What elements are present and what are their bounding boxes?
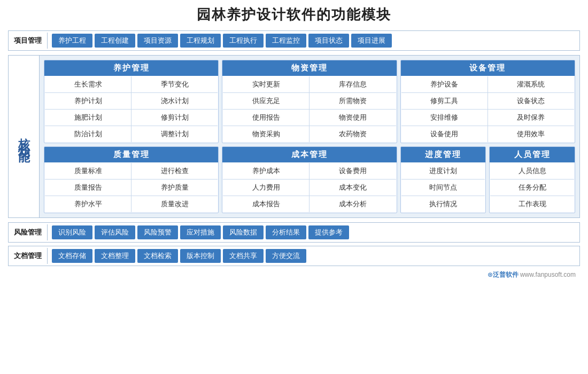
top-tab-item[interactable]: 项目状态 <box>308 34 349 48</box>
top-tab-item[interactable]: 项目资源 <box>137 34 178 48</box>
module-cell[interactable]: 修剪计划 <box>131 110 218 126</box>
module-cell[interactable]: 养护计划 <box>45 93 131 109</box>
module-cell[interactable]: 设备使用 <box>401 126 488 142</box>
module-cell[interactable]: 质量报告 <box>45 180 131 196</box>
module-cells-chengben: 养护成本设备费用人力费用成本变化成本报告成本分析 <box>223 163 396 212</box>
risk-tab-item[interactable]: 应对措施 <box>180 225 221 239</box>
module-block-yanghu: 养护管理生长需求季节变化养护计划浇水计划施肥计划修剪计划防治计划调整计划 <box>44 60 219 143</box>
risk-tab-item[interactable]: 风险数据 <box>223 225 264 239</box>
risk-tab-item[interactable]: 分析结果 <box>266 225 306 239</box>
module-cell[interactable]: 使用报告 <box>223 110 309 126</box>
core-label: 核心功能 <box>9 56 40 217</box>
top-row-label: 项目管理 <box>9 33 48 49</box>
module-cell[interactable]: 执行情况 <box>401 196 485 212</box>
module-cell[interactable]: 物资使用 <box>310 110 396 126</box>
module-header-shebei: 设备管理 <box>401 60 575 76</box>
module-cell[interactable]: 成本报告 <box>223 196 309 212</box>
risk-tab-item[interactable]: 识别风险 <box>52 225 92 239</box>
doc-tab-item[interactable]: 文档共享 <box>223 249 264 263</box>
risk-row-label: 风险管理 <box>9 224 48 240</box>
doc-tab-item[interactable]: 文档整理 <box>95 249 135 263</box>
module-cell[interactable]: 设备状态 <box>488 93 574 109</box>
logo-area: ⊙泛普软件 www.fanpusoft.com <box>8 269 580 280</box>
module-cell[interactable]: 质量改进 <box>131 196 218 212</box>
top-tab-item[interactable]: 工程规划 <box>180 34 221 48</box>
module-cell[interactable]: 及时保养 <box>488 110 574 126</box>
module-cell[interactable]: 施肥计划 <box>45 110 131 126</box>
module-cell[interactable]: 质量标准 <box>45 163 131 179</box>
page-wrapper: 园林养护设计软件的功能模块 项目管理 养护工程工程创建项目资源工程规划工程执行工… <box>0 0 588 374</box>
module-cell[interactable]: 防治计划 <box>45 126 131 142</box>
page-title: 园林养护设计软件的功能模块 <box>8 5 580 24</box>
module-header-zhiliang: 质量管理 <box>44 147 218 162</box>
module-header-jindu: 进度管理 <box>401 147 486 162</box>
top-tab-item[interactable]: 项目进展 <box>351 34 392 48</box>
doc-row-tabs: 文档存储文档整理文档检索版本控制文档共享方便交流 <box>48 246 311 266</box>
top-tab-item[interactable]: 工程监控 <box>266 34 306 48</box>
module-cells-wuzi: 实时更新库存信息供应充足所需物资使用报告物资使用物资采购农药物资 <box>223 76 396 142</box>
module-cell[interactable]: 进度计划 <box>401 163 485 179</box>
module-cells-shebei: 养护设备灌溉系统修剪工具设备状态安排维修及时保养设备使用使用效率 <box>401 76 574 142</box>
module-block-jindu: 进度管理进度计划时间节点执行情况 <box>400 146 486 213</box>
module-cell[interactable]: 设备费用 <box>310 163 396 179</box>
risk-row-tabs: 识别风险评估风险风险预警应对措施风险数据分析结果提供参考 <box>48 223 353 242</box>
module-block-zhiliang: 质量管理质量标准进行检查质量报告养护质量养护水平质量改进 <box>44 146 219 213</box>
module-block-chengben: 成本管理养护成本设备费用人力费用成本变化成本报告成本分析 <box>222 146 397 213</box>
right-col: 进度管理进度计划时间节点执行情况人员管理人员信息任务分配工作表现 <box>400 146 575 213</box>
module-block-shebei: 设备管理养护设备灌溉系统修剪工具设备状态安排维修及时保养设备使用使用效率 <box>400 60 575 143</box>
risk-tab-item[interactable]: 评估风险 <box>95 225 135 239</box>
module-block-renyuan: 人员管理人员信息任务分配工作表现 <box>489 146 575 213</box>
module-cell[interactable]: 库存信息 <box>310 76 396 92</box>
grid-area: 养护管理生长需求季节变化养护计划浇水计划施肥计划修剪计划防治计划调整计划物资管理… <box>40 56 579 217</box>
module-cell[interactable]: 工作表现 <box>490 196 574 212</box>
module-cell[interactable]: 季节变化 <box>131 76 218 92</box>
module-cell[interactable]: 修剪工具 <box>401 93 488 109</box>
module-cell[interactable]: 浇水计划 <box>131 93 218 109</box>
module-cell[interactable]: 养护质量 <box>131 180 218 196</box>
top-row: 项目管理 养护工程工程创建项目资源工程规划工程执行工程监控项目状态项目进展 <box>8 30 580 51</box>
module-cell[interactable]: 成本分析 <box>310 196 396 212</box>
doc-row: 文档管理 文档存储文档整理文档检索版本控制文档共享方便交流 <box>8 246 580 266</box>
doc-tab-item[interactable]: 文档检索 <box>137 249 178 263</box>
top-tab-item[interactable]: 养护工程 <box>52 34 92 48</box>
module-cell[interactable]: 灌溉系统 <box>488 76 574 92</box>
doc-tab-item[interactable]: 版本控制 <box>180 249 221 263</box>
risk-tab-item[interactable]: 风险预警 <box>137 225 178 239</box>
module-cell[interactable]: 养护水平 <box>45 196 131 212</box>
module-cell[interactable]: 物资采购 <box>223 126 309 142</box>
module-cell[interactable]: 调整计划 <box>131 126 218 142</box>
module-header-renyuan: 人员管理 <box>490 147 575 162</box>
top-tab-item[interactable]: 工程创建 <box>95 34 135 48</box>
module-header-yanghu: 养护管理 <box>44 60 218 76</box>
module-cell[interactable]: 成本变化 <box>310 180 396 196</box>
top-row-tabs: 养护工程工程创建项目资源工程规划工程执行工程监控项目状态项目进展 <box>48 31 396 50</box>
module-cells-jindu: 进度计划时间节点执行情况 <box>401 163 485 212</box>
main-area: 核心功能 养护管理生长需求季节变化养护计划浇水计划施肥计划修剪计划防治计划调整计… <box>8 55 580 218</box>
risk-tab-item[interactable]: 提供参考 <box>308 225 349 239</box>
module-block-wuzi: 物资管理实时更新库存信息供应充足所需物资使用报告物资使用物资采购农药物资 <box>222 60 397 143</box>
logo-text: ⊙泛普软件 <box>488 271 519 278</box>
module-cell[interactable]: 人力费用 <box>223 180 309 196</box>
top-tab-item[interactable]: 工程执行 <box>223 34 264 48</box>
module-cell[interactable]: 养护成本 <box>223 163 309 179</box>
doc-row-label: 文档管理 <box>9 248 48 264</box>
module-cell[interactable]: 供应充足 <box>223 93 309 109</box>
doc-tab-item[interactable]: 文档存储 <box>52 249 92 263</box>
module-cell[interactable]: 安排维修 <box>401 110 488 126</box>
doc-tab-item[interactable]: 方便交流 <box>266 249 306 263</box>
module-cell[interactable]: 人员信息 <box>490 163 574 179</box>
module-cell[interactable]: 时间节点 <box>401 180 485 196</box>
module-cell[interactable]: 实时更新 <box>223 76 309 92</box>
module-cell[interactable]: 所需物资 <box>310 93 396 109</box>
module-cells-zhiliang: 质量标准进行检查质量报告养护质量养护水平质量改进 <box>45 163 218 212</box>
module-cell[interactable]: 进行检查 <box>131 163 218 179</box>
module-cell[interactable]: 农药物资 <box>310 126 396 142</box>
module-cell[interactable]: 养护设备 <box>401 76 488 92</box>
module-cell[interactable]: 使用效率 <box>488 126 574 142</box>
module-header-wuzi: 物资管理 <box>222 60 396 76</box>
risk-row: 风险管理 识别风险评估风险风险预警应对措施风险数据分析结果提供参考 <box>8 222 580 243</box>
module-cell[interactable]: 任务分配 <box>490 180 574 196</box>
module-cell[interactable]: 生长需求 <box>45 76 131 92</box>
logo-url: www.fanpusoft.com <box>520 271 576 278</box>
module-header-chengben: 成本管理 <box>222 147 396 162</box>
